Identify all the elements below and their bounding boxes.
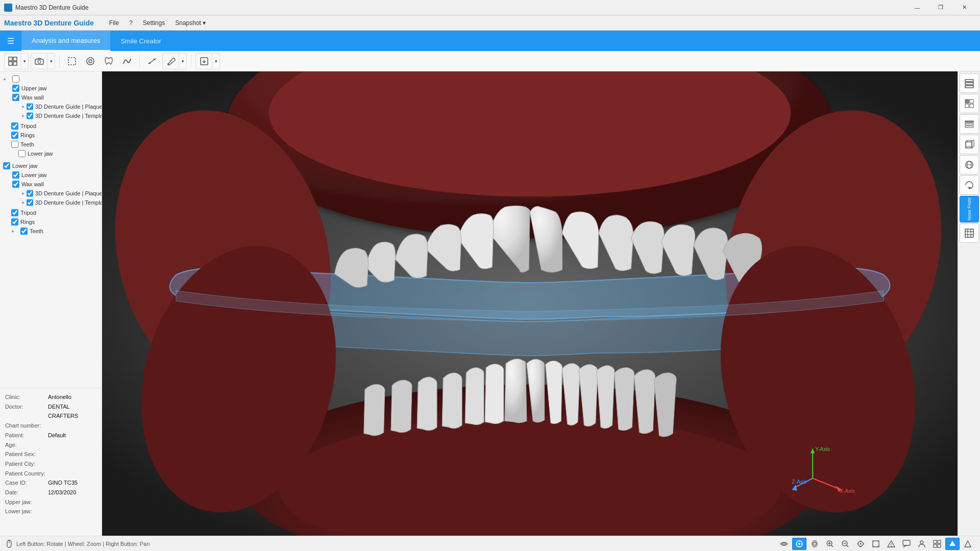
grid-status-btn[interactable] [930,538,944,550]
tree-item-wax-wall-upper[interactable]: Wax wall [11,93,100,102]
tree-item-template-lower[interactable]: + 3D Denture Guide | Template [20,198,100,207]
tree-item-lower-jaw-child[interactable]: Lower jaw [2,149,100,158]
svg-rect-6 [68,58,76,65]
lower-jaw-child-checkbox[interactable] [18,150,26,157]
select-tool-btn[interactable] [64,54,80,69]
expand-icon[interactable]: + [3,77,10,82]
teeth-upper-checkbox[interactable] [11,141,18,148]
camera-tool-btn[interactable] [31,54,47,69]
upper-jaw-root-checkbox[interactable] [12,76,19,83]
menu-snapshot[interactable]: Snapshot ▾ [170,17,211,29]
rings-upper-checkbox[interactable] [11,132,18,139]
teeth-lower-checkbox[interactable] [20,228,28,235]
tree-item-upper-jaw-root[interactable]: + [2,74,100,84]
close-btn[interactable]: ✕ [952,0,976,15]
tree-item-wax-wall-lower[interactable]: Wax wall [11,180,100,189]
plaque-expand-upper[interactable]: + [21,104,24,110]
nose-front-label[interactable]: Nose Front [960,196,979,222]
template-lower-checkbox[interactable] [27,199,33,206]
tree-item-teeth-lower[interactable]: + Teeth [2,227,100,236]
tree-item-template-upper[interactable]: + 3D Denture Guide | Template [20,111,100,120]
tripod-upper-checkbox[interactable] [11,122,18,130]
tree-item-tripod-lower[interactable]: Tripod [2,208,100,217]
gear-status-btn[interactable] [807,538,822,550]
y-axis-label: Y-Axis [815,446,830,452]
camera-tool-arrow[interactable]: ▾ [47,54,55,69]
minimize-btn[interactable]: — [905,0,929,15]
template-expand-upper[interactable]: + [21,113,24,119]
export-tool-btn[interactable] [196,54,212,69]
triangle-status-btn[interactable] [961,538,975,550]
rotate-icon [964,180,974,190]
view-tool-arrow[interactable]: ▾ [21,54,28,69]
tree-item-teeth-upper[interactable]: Teeth [2,140,100,149]
plaque-lower-checkbox[interactable] [27,190,33,197]
wax-wall-lower-checkbox[interactable] [12,181,19,188]
tripod-lower-checkbox[interactable] [11,209,18,216]
right-cube-btn[interactable] [960,135,979,154]
svg-rect-0 [9,57,12,61]
rings-upper-label: Rings [20,132,35,138]
curve-tool-btn[interactable] [119,54,135,69]
lower-jaw-inner-checkbox[interactable] [12,171,19,179]
tree-item-plaque-upper[interactable]: + 3D Denture Guide | Plaque [20,102,100,111]
tree-item-lower-jaw-inner[interactable]: Lower jaw [11,170,100,180]
zoom-in-status-btn[interactable] [823,538,837,550]
lower-jaw-root-checkbox[interactable] [3,162,10,169]
tripod-upper-label: Tripod [20,123,36,129]
view-tool-btn[interactable] [5,54,21,69]
person-status-btn[interactable] [915,538,929,550]
filter-status-btn[interactable] [792,538,806,550]
template-upper-checkbox[interactable] [27,112,33,119]
measure-tool-btn[interactable] [144,54,160,69]
frame-status-btn[interactable] [869,538,883,550]
paint-tool-arrow[interactable]: ▾ [179,54,186,69]
right-layers-btn[interactable] [960,73,979,93]
plaque-upper-checkbox[interactable] [27,103,33,110]
template-expand-lower[interactable]: + [21,200,24,206]
lower-jaw-info-row: Lower jaw: [5,507,97,516]
menu-help[interactable]: ? [124,17,138,29]
right-sphere-btn[interactable] [960,155,979,174]
mouse-icon [5,540,13,548]
tree-item-rings-upper[interactable]: Rings [2,131,100,140]
arrow-up-status-btn[interactable] [945,538,960,550]
zoom-out-status-btn[interactable] [838,538,852,550]
tab-smile-creator[interactable]: Smile Creator [110,31,171,51]
teeth-expand-lower[interactable]: + [11,229,18,234]
title-bar-controls[interactable]: — ❐ ✕ [905,0,976,15]
tooth-tool-btn[interactable] [101,54,117,69]
menu-file[interactable]: File [104,17,124,29]
upper-jaw-checkbox[interactable] [12,85,19,92]
menu-settings[interactable]: Settings [138,17,170,29]
right-rotate-btn[interactable] [960,176,979,195]
tab-analysis[interactable]: Analysis and measures [21,31,110,51]
tree-item-upper-jaw[interactable]: Upper jaw [11,84,100,93]
view-tool-group: ▾ [4,53,29,69]
right-grid2-btn[interactable] [960,223,979,243]
tree-item-plaque-lower[interactable]: + 3D Denture Guide | Plaque [20,189,100,198]
ring-tool-btn[interactable] [82,54,99,69]
viewport-3d[interactable]: Y-Axis X-Axis Z-Axis [102,71,958,536]
stack-icon [964,119,974,129]
right-panel: Nose Front [958,71,980,536]
rings-lower-checkbox[interactable] [11,218,18,226]
hamburger-menu[interactable]: ☰ [0,31,21,51]
lower-jaw-inner-label: Lower jaw [21,172,47,178]
plaque-expand-lower[interactable]: + [21,191,24,196]
export-tool-arrow[interactable]: ▾ [212,54,219,69]
eye-status-btn[interactable] [777,538,791,550]
plaque-template-lower: + 3D Denture Guide | Plaque + 3D Denture… [11,189,100,207]
target-status-btn[interactable] [853,538,868,550]
warning-status-btn[interactable] [884,538,898,550]
tree-item-tripod-upper[interactable]: Tripod [2,121,100,131]
wax-wall-upper-checkbox[interactable] [12,94,19,101]
right-stack-btn[interactable] [960,114,979,134]
comment-status-btn[interactable] [899,538,914,550]
upper-jaw-info-row: Upper jaw: [5,497,97,507]
maximize-btn[interactable]: ❐ [929,0,952,15]
tree-item-rings-lower[interactable]: Rings [2,217,100,227]
paint-tool-btn[interactable] [163,54,179,69]
tree-item-lower-jaw-root[interactable]: Lower jaw [2,161,100,170]
right-grid-btn[interactable] [960,94,979,113]
